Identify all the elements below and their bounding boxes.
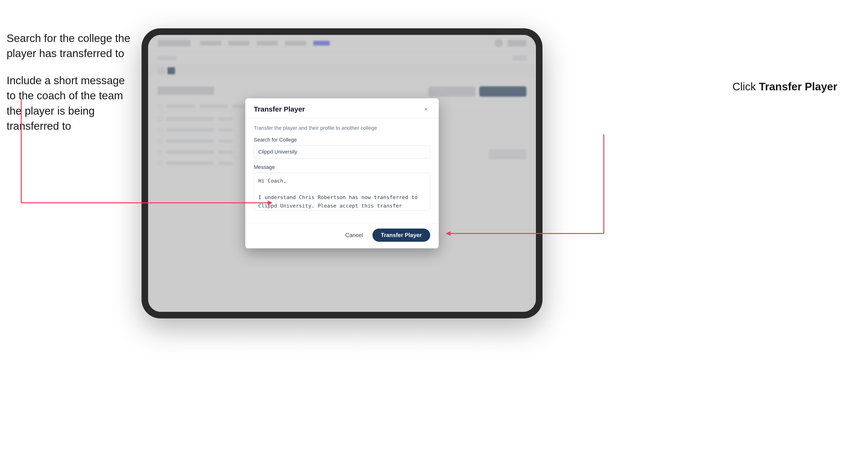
annotation-line3: Include a short message xyxy=(7,74,125,87)
left-annotation: Search for the college the player has tr… xyxy=(7,31,132,145)
annotation-line4: to the coach of the team xyxy=(7,89,123,102)
search-college-input[interactable] xyxy=(254,145,430,158)
annotation-line5: the player is being xyxy=(7,105,95,117)
message-label: Message xyxy=(254,164,430,170)
annotation-right-bold: Transfer Player xyxy=(759,81,837,93)
modal-title: Transfer Player xyxy=(254,105,305,113)
annotation-line2: player has transferred to xyxy=(7,47,124,59)
message-textarea[interactable] xyxy=(254,173,430,210)
modal-overlay: Transfer Player × Transfer the player an… xyxy=(148,35,536,312)
modal-header: Transfer Player × xyxy=(245,98,439,118)
modal-footer: Cancel Transfer Player xyxy=(245,224,439,248)
tablet-device: Transfer Player × Transfer the player an… xyxy=(142,28,542,318)
annotation-line6: transferred to xyxy=(7,120,71,132)
modal-close-button[interactable]: × xyxy=(422,105,430,114)
annotation-right-prefix: Click xyxy=(733,81,759,93)
tablet-inner: Transfer Player × Transfer the player an… xyxy=(148,35,536,312)
transfer-player-button[interactable]: Transfer Player xyxy=(372,228,430,242)
search-college-label: Search for College xyxy=(254,137,430,143)
tablet-screen: Transfer Player × Transfer the player an… xyxy=(148,35,536,312)
right-annotation: Click Transfer Player xyxy=(733,80,837,93)
transfer-player-modal: Transfer Player × Transfer the player an… xyxy=(245,98,439,248)
annotation-line1: Search for the college the xyxy=(7,32,130,44)
modal-subtitle: Transfer the player and their profile to… xyxy=(254,125,430,131)
modal-body: Transfer the player and their profile to… xyxy=(245,118,439,224)
cancel-button[interactable]: Cancel xyxy=(341,229,368,241)
